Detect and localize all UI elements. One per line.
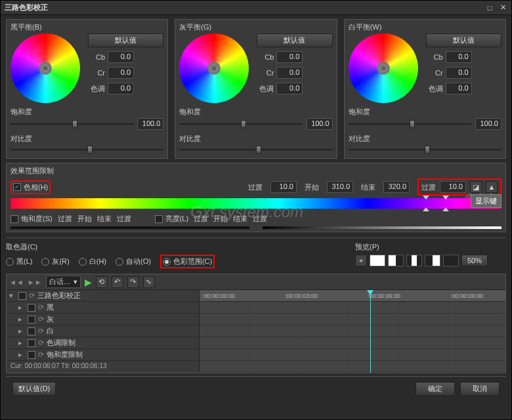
- ok-button[interactable]: 确定: [416, 382, 455, 396]
- maximize-icon[interactable]: □: [485, 3, 494, 12]
- sat-checkbox[interactable]: 饱和度(S): [11, 214, 53, 224]
- cancel-button[interactable]: 取消: [460, 382, 500, 396]
- preview-layout-3[interactable]: [406, 255, 422, 266]
- radio-auto[interactable]: 自动(O): [116, 257, 151, 266]
- tl-item[interactable]: ▸⟳白: [7, 326, 199, 337]
- limit-section: 效果范围限制 ✓色相(H) 过渡10.0 开始310.0 结束320.0 过渡1…: [6, 163, 506, 232]
- hue-trans2-input[interactable]: 10.0: [440, 181, 466, 193]
- hue-end-input[interactable]: 320.0: [383, 181, 410, 193]
- hue-checkbox[interactable]: ✓色相(H): [13, 182, 48, 192]
- gray-cb-input[interactable]: 0.0: [276, 51, 303, 63]
- black-balance-label: 黑平衡(B): [11, 22, 163, 32]
- black-hue-input[interactable]: 0.0: [108, 83, 134, 94]
- next-icon[interactable]: ►►: [28, 278, 42, 286]
- timeline-ruler[interactable]: :00:00:00:00 :00:00:03:00 :00:00:06:00 :…: [200, 290, 505, 302]
- white-hue-input[interactable]: 0.0: [446, 83, 472, 94]
- black-sat-slider[interactable]: [11, 119, 133, 129]
- default-button[interactable]: 默认值(D): [12, 382, 56, 396]
- gray-cr-input[interactable]: 0.0: [276, 67, 303, 79]
- preview-title: 预览(P): [355, 242, 506, 252]
- bright-checkbox[interactable]: 亮度(L): [155, 214, 188, 224]
- radio-range[interactable]: 色彩范围(C): [163, 257, 212, 266]
- timeline-dropdown[interactable]: 白话…▾: [46, 276, 81, 288]
- white-balance-label: 白平衡(W): [349, 22, 501, 32]
- preview-layout-2[interactable]: [388, 255, 404, 266]
- key-icon[interactable]: ◪: [470, 181, 482, 193]
- window-title: 三路色彩校正: [5, 3, 48, 12]
- tl-root[interactable]: ▾⟳三路色彩校正: [7, 290, 199, 302]
- white-color-wheel[interactable]: [349, 33, 418, 103]
- fwd-icon[interactable]: ↷: [127, 276, 139, 288]
- prev-icon[interactable]: ◄◄: [9, 278, 24, 286]
- picker-title: 取色器(C): [6, 242, 342, 252]
- preview-layout-1[interactable]: [370, 255, 385, 266]
- tl-item[interactable]: ▸⟳色调限制: [7, 337, 199, 349]
- white-balance-panel: 白平衡(W) 默认值 Cb0.0 Cr0.0 色调0.0 饱和度 100.0 对…: [344, 19, 506, 159]
- gray-balance-panel: 灰平衡(G) 默认值 Cb0.0 Cr0.0 色调0.0 饱和度 100.0 对…: [175, 19, 337, 159]
- tl-item[interactable]: ▸⟳饱和度限制: [7, 349, 199, 361]
- gray-contrast-slider[interactable]: [179, 145, 332, 154]
- bright-bar[interactable]: [263, 226, 501, 229]
- white-cb-input[interactable]: 0.0: [446, 51, 472, 63]
- timeline: ◄◄ ►► 白话…▾ ▶ ⟲ ↶ ↷ ∿ ▾⟳三路色彩校正 ▸⟳黑 ▸⟳灰 ▸⟳…: [6, 274, 506, 373]
- white-sat-slider[interactable]: [349, 119, 471, 129]
- white-contrast-slider[interactable]: [349, 145, 501, 154]
- radio-black[interactable]: 黑(L): [6, 257, 32, 266]
- gray-hue-input[interactable]: 0.0: [276, 83, 303, 94]
- black-balance-panel: 黑平衡(B) 默认值 Cb0.0 Cr0.0 色调0.0 饱和度 100.0 对…: [6, 19, 168, 159]
- preview-layout-5[interactable]: [443, 255, 459, 266]
- titlebar: 三路色彩校正 □ ✕: [1, 1, 511, 15]
- eyedropper-icon[interactable]: ⌖: [355, 255, 367, 266]
- gray-balance-label: 灰平衡(G): [179, 22, 332, 32]
- black-default-button[interactable]: 默认值: [88, 33, 163, 47]
- white-default-button[interactable]: 默认值: [426, 33, 501, 47]
- black-cb-input[interactable]: 0.0: [108, 51, 134, 63]
- histogram-icon[interactable]: ▲: [486, 181, 498, 193]
- show-key-tooltip: 显示键: [471, 194, 501, 208]
- white-cr-input[interactable]: 0.0: [446, 67, 472, 79]
- preview-layout-4[interactable]: [425, 255, 440, 266]
- hue-gradient[interactable]: [11, 198, 501, 209]
- gray-default-button[interactable]: 默认值: [257, 33, 332, 47]
- hue-trans1-input[interactable]: 10.0: [270, 181, 297, 193]
- hue-start-input[interactable]: 310.0: [327, 181, 353, 193]
- gray-color-wheel[interactable]: [179, 33, 249, 103]
- black-color-wheel[interactable]: [11, 33, 80, 103]
- black-contrast-slider[interactable]: [11, 145, 163, 154]
- sat-bar[interactable]: [11, 226, 249, 229]
- radio-gray[interactable]: 灰(R): [41, 257, 69, 266]
- playhead[interactable]: [370, 290, 371, 373]
- gray-sat-slider[interactable]: [179, 119, 302, 129]
- loop-icon[interactable]: ⟲: [96, 276, 108, 288]
- tl-item[interactable]: ▸⟳黑: [7, 302, 199, 314]
- preview-percent[interactable]: 50%: [461, 255, 488, 266]
- tl-item[interactable]: ▸⟳灰: [7, 314, 199, 326]
- limit-title: 效果范围限制: [11, 166, 501, 176]
- wave-icon[interactable]: ∿: [143, 276, 155, 288]
- play-icon[interactable]: ▶: [85, 277, 92, 287]
- close-icon[interactable]: ✕: [498, 3, 507, 12]
- radio-white[interactable]: 白(H): [79, 257, 106, 266]
- timeline-status: Cur: 00:00:06:07 Ttl: 00:00:06:13: [7, 361, 199, 371]
- black-cr-input[interactable]: 0.0: [108, 67, 134, 79]
- back-icon[interactable]: ↶: [112, 276, 123, 288]
